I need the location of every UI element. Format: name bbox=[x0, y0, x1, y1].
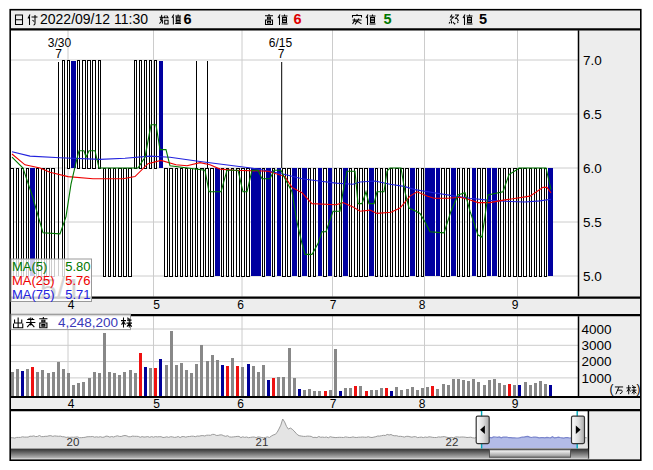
svg-text:7: 7 bbox=[55, 47, 62, 61]
svg-text:7.0: 7.0 bbox=[583, 53, 602, 68]
svg-text:3000: 3000 bbox=[581, 338, 611, 353]
svg-text:21: 21 bbox=[256, 436, 269, 448]
svg-text:2022/09/12 11:30: 2022/09/12 11:30 bbox=[40, 11, 148, 27]
svg-text:9: 9 bbox=[512, 298, 519, 312]
svg-text:4: 4 bbox=[68, 298, 75, 312]
svg-text:MA(25): MA(25) bbox=[12, 273, 55, 288]
svg-text:4,248,200: 4,248,200 bbox=[58, 315, 118, 330]
svg-text:5.80: 5.80 bbox=[65, 259, 90, 274]
svg-text:2000: 2000 bbox=[581, 354, 611, 369]
svg-text:5.76: 5.76 bbox=[65, 273, 90, 288]
svg-text:1000: 1000 bbox=[581, 371, 611, 386]
svg-text:7: 7 bbox=[278, 47, 285, 61]
svg-text:8: 8 bbox=[419, 298, 426, 312]
svg-text:6.0: 6.0 bbox=[583, 161, 602, 176]
svg-text:22: 22 bbox=[446, 436, 459, 448]
svg-text:5.5: 5.5 bbox=[583, 215, 602, 230]
svg-text:7: 7 bbox=[330, 397, 337, 411]
svg-text:4: 4 bbox=[68, 397, 75, 411]
svg-text:5.0: 5.0 bbox=[583, 269, 602, 284]
svg-text:6.5: 6.5 bbox=[583, 107, 602, 122]
svg-text:5: 5 bbox=[384, 11, 392, 27]
svg-text:20: 20 bbox=[67, 436, 80, 448]
svg-text:MA(75): MA(75) bbox=[12, 287, 55, 302]
svg-text:8: 8 bbox=[419, 397, 426, 411]
svg-text:6: 6 bbox=[237, 397, 244, 411]
svg-text:5: 5 bbox=[153, 397, 160, 411]
svg-text:(: ( bbox=[610, 382, 614, 396]
svg-text:5: 5 bbox=[479, 11, 487, 27]
svg-text:6: 6 bbox=[237, 298, 244, 312]
svg-text:4000: 4000 bbox=[581, 322, 611, 337]
svg-text:6: 6 bbox=[294, 11, 302, 27]
svg-text:MA(5): MA(5) bbox=[12, 259, 47, 274]
svg-text:7: 7 bbox=[330, 298, 337, 312]
svg-text:): ) bbox=[637, 382, 641, 396]
svg-text:9: 9 bbox=[512, 397, 519, 411]
svg-text:6: 6 bbox=[184, 11, 192, 27]
svg-text:5: 5 bbox=[153, 298, 160, 312]
